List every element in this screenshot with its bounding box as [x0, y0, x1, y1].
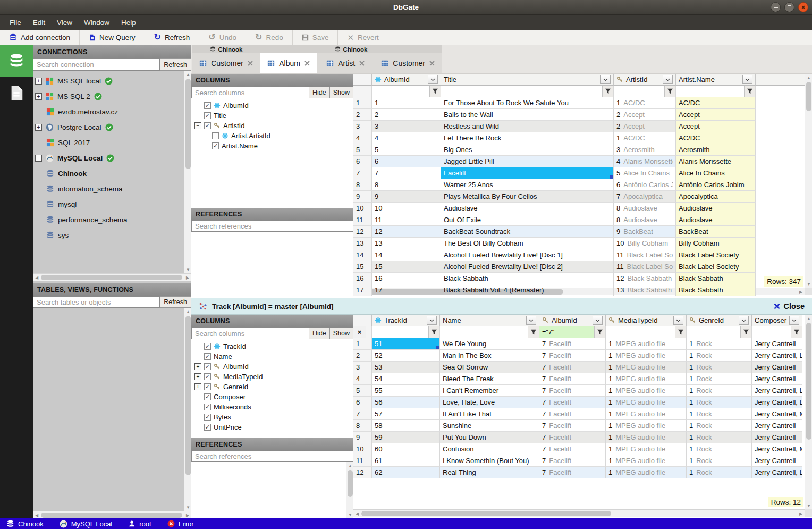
cell-albumid[interactable]: 7Facelift [539, 443, 606, 455]
cell-title[interactable]: Black Sabbath Vol. 4 (Remaster) [441, 284, 614, 296]
row-number-cell[interactable]: 15 [353, 261, 372, 273]
cell-name[interactable]: Real Thing [440, 467, 539, 478]
cell-albumid[interactable]: 16 [372, 273, 441, 284]
cell-artist-name[interactable]: Alanis Morissette [676, 156, 756, 167]
cell-artist-name[interactable]: Black Label Society [676, 249, 756, 261]
cell-artistid[interactable]: 2Accept [614, 121, 676, 132]
row-number-cell[interactable]: 1 [353, 97, 372, 109]
cell-albumid[interactable]: 2 [372, 109, 441, 121]
cell-trackid[interactable]: 53 [372, 362, 440, 373]
checkbox[interactable]: ✓ [204, 383, 211, 390]
album-grid-vscrollbar[interactable]: ▲▼ [805, 74, 812, 288]
cell-name[interactable]: Sea Of Sorrow [440, 362, 539, 373]
cell-mediatypeid[interactable]: 1MPEG audio file [606, 350, 687, 362]
cell-genreid[interactable]: 1Rock [687, 385, 752, 397]
filter-funnel-icon[interactable] [740, 326, 751, 338]
connections-vscrollbar[interactable]: ▲▼ [184, 71, 191, 273]
cell-artist-name[interactable]: Accept [676, 109, 756, 121]
cell-albumid[interactable]: 4 [372, 132, 441, 144]
cell-composer[interactable]: Jerry Cantrell [752, 432, 802, 443]
cell-composer[interactable]: Jerry Cantrell, Layne Staley [752, 397, 802, 408]
cell-composer[interactable]: Jerry Cantrell [752, 455, 802, 467]
album-column-albumid[interactable]: ✓AlbumId [191, 100, 353, 111]
cell-artist-name[interactable]: AC/DC [676, 97, 756, 109]
track-references-search-input[interactable] [191, 451, 353, 462]
filter-input-albumid[interactable] [539, 326, 594, 338]
row-number-cell[interactable]: 13 [353, 238, 372, 249]
expander-icon[interactable]: + [35, 78, 42, 85]
row-number-cell[interactable]: 7 [353, 408, 372, 420]
column-header-name[interactable]: Name [440, 315, 539, 326]
cell-composer[interactable]: Jerry Cantrell, Michael Starr [752, 443, 802, 455]
cell-artistid[interactable]: 3Aerosmith [614, 144, 676, 156]
track-columns-search-input[interactable] [191, 328, 309, 339]
chevron-down-icon[interactable] [789, 316, 799, 325]
cell-title[interactable]: Out Of Exile [441, 214, 614, 226]
row-number-cell[interactable]: 10 [353, 443, 372, 455]
row-number-cell[interactable]: 5 [353, 385, 372, 397]
cell-genreid[interactable]: 1Rock [687, 455, 752, 467]
checkbox[interactable] [212, 132, 219, 139]
cell-albumid[interactable]: 7Facelift [539, 338, 606, 350]
connections-search-input[interactable] [33, 58, 160, 71]
track-references-vscrollbar[interactable]: ▲▼ [346, 462, 353, 518]
tables-search-input[interactable] [33, 296, 160, 308]
expander-icon[interactable]: + [35, 93, 42, 100]
checkbox[interactable]: ✓ [204, 102, 211, 109]
connection-item-chinook[interactable]: Chinook [33, 166, 191, 181]
row-number-cell[interactable]: 6 [353, 397, 372, 408]
cell-albumid[interactable]: 7Facelift [539, 408, 606, 420]
cell-name[interactable]: We Die Young [440, 338, 539, 350]
track-column-mediatypeid[interactable]: +✓MediaTypeId [191, 372, 353, 382]
track-column-genreid[interactable]: +✓GenreId [191, 382, 353, 392]
cell-artist-name[interactable]: Antônio Carlos Jobim [676, 179, 756, 191]
checkbox[interactable]: ✓ [204, 112, 211, 119]
cell-artist-name[interactable]: Accept [676, 121, 756, 132]
row-number-cell[interactable]: 12 [353, 467, 372, 478]
cell-artistid[interactable]: 12Black Sabbath [614, 273, 676, 284]
row-number-cell[interactable]: 1 [353, 338, 372, 350]
track-column-unitprice[interactable]: ✓UnitPrice [191, 422, 353, 432]
row-number-cell[interactable]: 16 [353, 273, 372, 284]
column-header-artistid[interactable]: ArtistId [614, 74, 676, 86]
close-button[interactable]: × [798, 2, 808, 12]
tab-artist[interactable]: Artist [317, 53, 374, 73]
row-number-cell[interactable]: 11 [353, 214, 372, 226]
cell-albumid[interactable]: 5 [372, 144, 441, 156]
cell-title[interactable]: Let There Be Rock [441, 132, 614, 144]
connection-item-ms-sql-local[interactable]: +MS SQL local [33, 73, 191, 89]
filter-input-genreid[interactable] [687, 326, 740, 338]
cell-mediatypeid[interactable]: 1MPEG audio file [606, 408, 687, 420]
chevron-down-icon[interactable] [663, 75, 673, 84]
cell-name[interactable]: Sunshine [440, 420, 539, 432]
album-references-search-input[interactable] [191, 221, 353, 232]
cell-albumid[interactable]: 17 [372, 284, 441, 296]
cell-composer[interactable]: Jerry Cantrell, Layne Staley [752, 350, 802, 362]
chevron-down-icon[interactable] [427, 316, 437, 325]
checkbox[interactable]: ✓ [212, 142, 219, 149]
tab-customer[interactable]: Customer [374, 53, 442, 73]
cell-mediatypeid[interactable]: 1MPEG audio file [606, 455, 687, 467]
cell-trackid[interactable]: 59 [372, 432, 440, 443]
cell-albumid[interactable]: 7Facelift [539, 432, 606, 443]
cell-albumid[interactable]: 7Facelift [539, 467, 606, 478]
status-error[interactable]: Error [167, 520, 194, 528]
checkbox[interactable]: ✓ [204, 414, 211, 421]
row-number-cell[interactable]: 9 [353, 432, 372, 443]
cell-name[interactable]: Man In The Box [440, 350, 539, 362]
chevron-down-icon[interactable] [739, 316, 749, 325]
cell-trackid[interactable]: 54 [372, 373, 440, 385]
filter-funnel-icon[interactable] [428, 326, 439, 338]
expander-icon[interactable]: − [35, 155, 42, 162]
checkbox[interactable]: ✓ [204, 393, 211, 400]
cell-title[interactable]: Big Ones [441, 144, 614, 156]
row-number-cell[interactable]: 3 [353, 362, 372, 373]
connection-item-ms-sql-2[interactable]: +MS SQL 2 [33, 89, 191, 104]
row-number-cell[interactable]: 6 [353, 156, 372, 167]
checkbox[interactable]: ✓ [204, 343, 211, 350]
connection-item-evrdb-metrostav-cz[interactable]: evrdb.metrostav.cz [33, 104, 191, 120]
cell-trackid[interactable]: 55 [372, 385, 440, 397]
column-header-albumid[interactable]: AlbumId [539, 315, 606, 326]
cell-mediatypeid[interactable]: 1MPEG audio file [606, 420, 687, 432]
close-icon[interactable] [429, 61, 435, 66]
